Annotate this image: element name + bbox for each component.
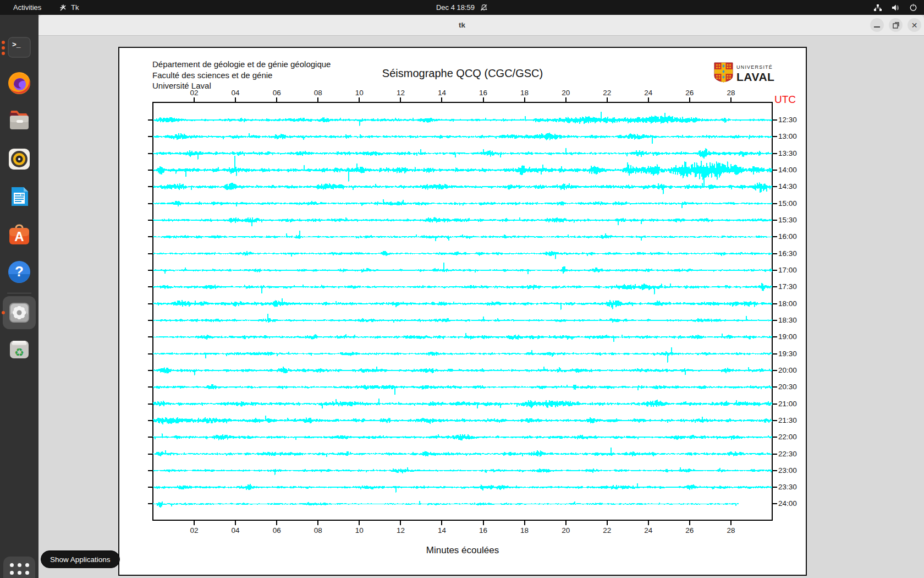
tk-app-indicator[interactable]: Tk <box>59 0 79 15</box>
seismogram-trace-22:30 <box>153 448 772 457</box>
dock-item-help[interactable]: ? <box>5 258 34 286</box>
x-tick-label-top: 08 <box>307 89 329 97</box>
utc-time-label: 20:00 <box>778 366 797 374</box>
utc-time-label: 19:00 <box>778 332 797 341</box>
seismograph-canvas[interactable]: Département de géologie et de génie géol… <box>118 47 807 576</box>
x-tick-label-bottom: 20 <box>555 526 577 535</box>
utc-time-label: 19:30 <box>778 350 797 358</box>
x-tick-label-bottom: 22 <box>596 526 618 535</box>
x-tick-label-top: 22 <box>596 89 618 97</box>
dock-item-rhythmbox[interactable] <box>5 145 34 173</box>
seismogram-trace-16:30 <box>153 251 772 259</box>
utc-time-label: 18:30 <box>778 316 797 324</box>
x-tick-label-bottom: 06 <box>266 526 288 535</box>
x-axis-title: Minutes écoulées <box>119 545 806 556</box>
x-tick-label-bottom: 08 <box>307 526 329 535</box>
seismogram-trace-24:00 <box>153 501 739 508</box>
dock-item-files[interactable] <box>5 106 34 135</box>
x-tick-label-bottom: 24 <box>637 526 659 535</box>
dock-separator <box>7 293 31 293</box>
power-icon <box>909 3 917 12</box>
seismogram-trace-21:00 <box>153 399 772 408</box>
x-tick-label-top: 26 <box>679 89 701 97</box>
x-tick-label-bottom: 16 <box>472 526 494 535</box>
maximize-button[interactable] <box>889 18 903 32</box>
seismogram-trace-20:00 <box>153 367 772 375</box>
utc-time-label: 13:00 <box>778 132 797 140</box>
activities-label: Activities <box>13 3 41 12</box>
dock-item-libreoffice-writer[interactable] <box>5 182 34 211</box>
x-tick-label-top: 10 <box>348 89 370 97</box>
x-tick-label-bottom: 10 <box>348 526 370 535</box>
utc-time-label: 21:30 <box>778 416 797 424</box>
activities-button[interactable]: Activities <box>8 0 47 15</box>
svg-text:♻: ♻ <box>14 346 24 359</box>
x-tick-label-top: 16 <box>472 89 494 97</box>
dock-item-settings[interactable] <box>5 298 34 327</box>
seismogram-trace-22:00 <box>153 434 772 440</box>
x-tick-label-bottom: 04 <box>224 526 246 535</box>
dock-item-trash[interactable]: ♻ <box>5 335 34 363</box>
seismogram-trace-15:00 <box>153 199 772 208</box>
x-tick-label-bottom: 14 <box>431 526 453 535</box>
seismogram-trace-13:30 <box>153 148 772 160</box>
x-tick-label-bottom: 18 <box>514 526 536 535</box>
minimize-icon <box>874 26 880 28</box>
utc-time-label: 13:30 <box>778 149 797 157</box>
utc-time-label: 14:30 <box>778 182 797 190</box>
x-tick-label-top: 28 <box>720 89 742 97</box>
seismograph-plot <box>119 48 806 575</box>
utc-time-label: 20:30 <box>778 383 797 391</box>
tk-app-label: Tk <box>71 3 79 12</box>
x-tick-label-top: 18 <box>514 89 536 97</box>
clock-label: Dec 4 18:59 <box>436 3 475 12</box>
seismogram-trace-13:00 <box>153 133 772 144</box>
utc-time-label: 17:00 <box>778 266 797 274</box>
seismogram-trace-17:00 <box>153 263 772 274</box>
top-bar: Activities Tk Dec 4 18:59 <box>0 0 924 15</box>
utc-time-label: 15:30 <box>778 216 797 224</box>
dock-item-ubuntu-software[interactable]: A <box>5 221 34 250</box>
seismogram-trace-16:00 <box>153 231 772 241</box>
svg-text:>_: >_ <box>12 41 21 49</box>
utc-time-label: 21:00 <box>778 400 797 408</box>
x-tick-label-top: 24 <box>637 89 659 97</box>
utc-time-label: 16:30 <box>778 249 797 258</box>
svg-text:A: A <box>14 229 24 244</box>
seismogram-trace-19:00 <box>153 333 772 342</box>
clock-button[interactable]: Dec 4 18:59 <box>436 3 488 12</box>
system-status-area[interactable] <box>873 0 917 15</box>
show-applications-button[interactable] <box>3 557 35 578</box>
show-applications-grid-icon <box>10 563 29 578</box>
utc-time-label: 15:00 <box>778 199 797 208</box>
window-titlebar[interactable]: tk ✕ <box>38 15 924 36</box>
seismogram-trace-23:30 <box>153 483 772 492</box>
maximize-icon <box>893 22 899 29</box>
x-tick-label-top: 20 <box>555 89 577 97</box>
close-icon: ✕ <box>911 21 918 29</box>
svg-text:?: ? <box>15 263 24 280</box>
seismogram-trace-23:00 <box>153 467 772 475</box>
x-tick-label-bottom: 12 <box>389 526 411 535</box>
utc-time-label: 22:00 <box>778 433 797 441</box>
utc-time-label: 17:30 <box>778 282 797 291</box>
do-not-disturb-bell-icon <box>480 4 488 12</box>
seismogram-trace-20:30 <box>153 384 772 395</box>
seismogram-trace-19:30 <box>153 347 772 363</box>
volume-icon <box>891 3 900 12</box>
x-tick-label-top: 02 <box>183 89 205 97</box>
utc-time-label: 18:00 <box>778 299 797 308</box>
clock-area: Dec 4 18:59 <box>0 0 924 15</box>
desktop: Activities Tk Dec 4 18:59 <box>0 0 924 578</box>
tooltip-label: Show Applications <box>50 555 111 564</box>
utc-time-label: 14:00 <box>778 166 797 174</box>
x-tick-label-top: 14 <box>431 89 453 97</box>
close-button[interactable]: ✕ <box>908 18 921 32</box>
utc-time-label: 24:00 <box>778 499 797 508</box>
dock-item-firefox[interactable] <box>5 69 34 97</box>
minimize-button[interactable] <box>870 18 884 32</box>
dock: >_ <box>0 15 38 578</box>
dock-item-terminal[interactable]: >_ <box>5 33 34 62</box>
seismogram-trace-18:00 <box>153 298 772 310</box>
seismogram-trace-17:30 <box>153 283 772 295</box>
